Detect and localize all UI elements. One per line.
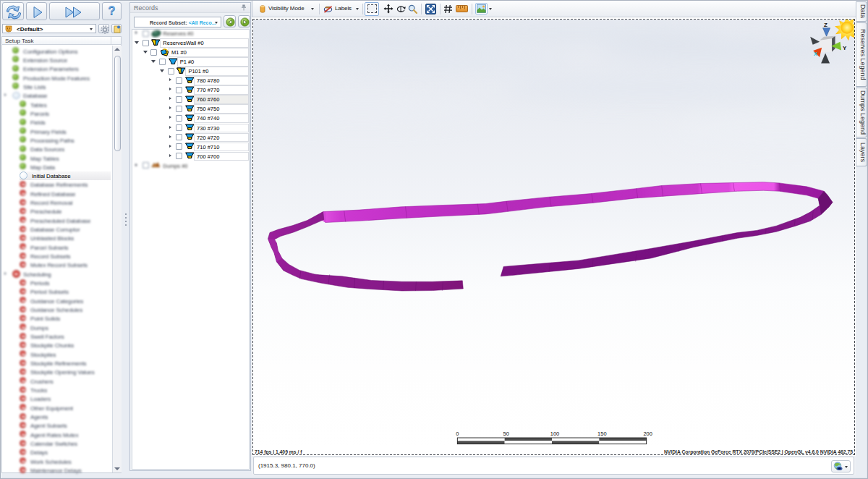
- svg-text:50: 50: [503, 431, 509, 437]
- svg-text:Z: Z: [824, 22, 827, 28]
- svg-text:200: 200: [643, 431, 652, 437]
- svg-text:100: 100: [550, 431, 559, 437]
- svg-text:Y: Y: [843, 45, 847, 51]
- svg-text:0: 0: [456, 431, 459, 437]
- svg-text:714 fps | 1.409 ms / f: 714 fps | 1.409 ms / f: [255, 449, 302, 455]
- svg-text:150: 150: [597, 431, 606, 437]
- svg-text:NVIDIA Corporation GeForce RTX: NVIDIA Corporation GeForce RTX 2070/PCIe…: [664, 449, 853, 455]
- svg-text:X: X: [814, 51, 817, 57]
